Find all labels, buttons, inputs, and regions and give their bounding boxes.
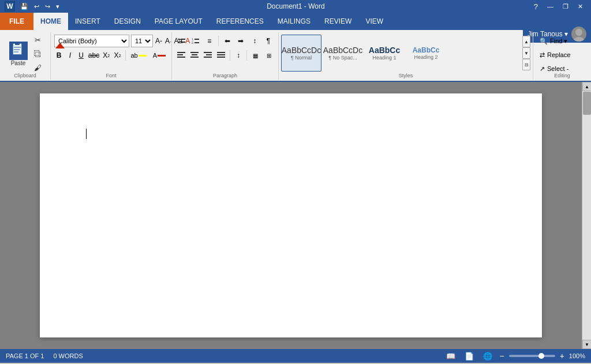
numbered-list-button[interactable]: 1.2. <box>189 35 202 47</box>
separator <box>246 50 247 61</box>
paragraph-group: 1.2. ≡ ⬅ ➡ ↕ ¶ <box>172 32 279 80</box>
decrease-font-size-button[interactable]: A- <box>164 35 171 47</box>
document-page <box>40 93 542 337</box>
print-layout-button[interactable]: 📄 <box>462 351 476 362</box>
bullet-list-button[interactable] <box>175 35 188 47</box>
styles-scroll-up-button[interactable]: ▲ <box>522 36 530 47</box>
decrease-indent-button[interactable]: ⬅ <box>221 35 234 47</box>
tab-view[interactable]: VIEW <box>358 13 390 30</box>
underline-button[interactable]: U <box>77 49 86 62</box>
scrollbar-thumb[interactable] <box>583 92 591 115</box>
save-button[interactable]: 💾 <box>18 2 30 12</box>
shading-button[interactable]: ▦ <box>249 49 261 62</box>
word-icon: W <box>5 1 15 12</box>
italic-button[interactable]: I <box>65 49 74 62</box>
increase-font-size-button[interactable]: A+ <box>155 35 163 47</box>
minimize-button[interactable]: — <box>544 2 557 10</box>
maximize-button[interactable]: ❐ <box>559 2 572 11</box>
multilevel-list-button[interactable]: ≡ <box>203 35 216 47</box>
find-button[interactable]: 🔍 Find ▾ <box>537 35 588 47</box>
font-label: Font <box>106 73 116 78</box>
document-area[interactable] <box>0 82 582 349</box>
undo-button[interactable]: ↩ <box>32 2 41 12</box>
zoom-in-button[interactable]: + <box>560 351 564 361</box>
svg-rect-4 <box>14 47 21 48</box>
read-mode-button[interactable]: 📖 <box>444 351 458 362</box>
styles-label: Styles <box>399 73 413 78</box>
help-button[interactable]: ? <box>530 1 541 12</box>
tab-home[interactable]: HOME <box>33 13 68 30</box>
customize-quick-access-button[interactable]: ▾ <box>54 2 61 12</box>
editing-group: 🔍 Find ▾ ⇄ Replace ↗ Select - Editing <box>533 32 591 80</box>
status-bar: PAGE 1 OF 1 0 WORDS 📖 📄 🌐 − + 100% <box>0 349 591 363</box>
select-icon: ↗ <box>540 65 545 73</box>
style-heading2[interactable]: AaBbCc Heading 2 <box>406 35 446 72</box>
quick-access-toolbar: 💾 ↩ ↪ ▾ <box>18 2 61 12</box>
svg-rect-12 <box>194 39 199 40</box>
scrollbar-track[interactable] <box>582 91 591 340</box>
tab-references[interactable]: REFERENCES <box>210 13 271 30</box>
replace-button[interactable]: ⇄ Replace <box>537 48 588 61</box>
subscript-button[interactable]: X2 <box>102 49 111 62</box>
title-bar: W 💾 ↩ ↪ ▾ Document1 - Word ? — ❐ ✕ <box>0 0 591 13</box>
word-count: 0 WORDS <box>53 352 83 359</box>
scrollbar-up-button[interactable]: ▲ <box>582 82 591 91</box>
borders-button[interactable]: ⊞ <box>263 49 275 62</box>
svg-rect-19 <box>192 54 197 55</box>
text-highlight-button[interactable]: ab <box>128 49 148 62</box>
svg-rect-10 <box>181 42 185 43</box>
justify-button[interactable] <box>215 49 227 62</box>
sort-button[interactable]: ↕ <box>248 35 261 47</box>
redo-button[interactable]: ↪ <box>43 2 52 12</box>
zoom-slider[interactable] <box>509 355 555 357</box>
align-center-button[interactable] <box>189 49 201 62</box>
tab-file[interactable]: FILE <box>0 13 33 30</box>
vertical-scrollbar: ▲ ▼ <box>582 82 591 349</box>
svg-rect-25 <box>217 54 225 55</box>
font-color-button[interactable]: A <box>151 49 168 62</box>
font-size-select[interactable]: 11 <box>131 35 153 47</box>
style-no-spacing[interactable]: AaBbCcDc ¶ No Spac... <box>323 35 363 72</box>
tab-review[interactable]: REVIEW <box>317 13 358 30</box>
close-button[interactable]: ✕ <box>574 2 586 11</box>
svg-rect-15 <box>177 52 185 53</box>
svg-rect-16 <box>177 54 183 55</box>
clipboard-group: Paste ✂ ⿻ 🖌 Clipboard <box>0 32 51 80</box>
find-icon: 🔍 <box>540 37 548 45</box>
ribbon-tab-bar: FILE HOME INSERT DESIGN PAGE LAYOUT REFE… <box>0 13 591 30</box>
format-painter-button[interactable]: 🖌 <box>32 61 44 74</box>
normal-preview: AaBbCcDc <box>282 46 321 55</box>
tab-design[interactable]: DESIGN <box>107 13 148 30</box>
tab-page-layout[interactable]: PAGE LAYOUT <box>148 13 210 30</box>
paste-button[interactable]: Paste <box>6 40 31 68</box>
zoom-level: 100% <box>569 352 585 359</box>
increase-indent-button[interactable]: ➡ <box>234 35 247 47</box>
tab-mailings[interactable]: MAILINGS <box>271 13 317 30</box>
styles-more-button[interactable]: ⊟ <box>522 59 530 70</box>
line-spacing-button[interactable]: ↕ <box>232 49 244 62</box>
heading2-label: Heading 2 <box>414 54 437 60</box>
align-right-button[interactable] <box>202 49 214 62</box>
scrollbar-down-button[interactable]: ▼ <box>582 340 591 349</box>
svg-rect-24 <box>217 52 225 53</box>
paste-icon <box>9 42 28 60</box>
superscript-button[interactable]: X2 <box>113 49 122 62</box>
heading1-preview: AaBbCc <box>369 46 400 55</box>
align-left-button[interactable] <box>175 49 188 62</box>
zoom-out-button[interactable]: − <box>499 351 504 361</box>
font-name-select[interactable]: Calibri (Body) <box>54 35 129 47</box>
style-heading1[interactable]: AaBbCc Heading 1 <box>364 35 405 72</box>
clipboard-side: ✂ ⿻ 🖌 <box>32 33 44 74</box>
bold-button[interactable]: B <box>54 49 63 62</box>
style-normal[interactable]: AaBbCcDc ¶ Normal <box>281 35 321 72</box>
show-hide-button[interactable]: ¶ <box>262 35 275 47</box>
find-label: Find ▾ <box>550 37 567 45</box>
tab-insert[interactable]: INSERT <box>68 13 107 30</box>
styles-scroll-down-button[interactable]: ▼ <box>522 47 530 59</box>
strikethrough-button[interactable]: abc <box>88 49 100 62</box>
font-style-row: B I U abc X2 X2 ab A <box>54 49 168 62</box>
para-align-row: ↕ ▦ ⊞ <box>175 49 275 62</box>
web-layout-button[interactable]: 🌐 <box>481 351 495 362</box>
copy-button[interactable]: ⿻ <box>32 47 44 60</box>
cut-button[interactable]: ✂ <box>32 33 44 46</box>
